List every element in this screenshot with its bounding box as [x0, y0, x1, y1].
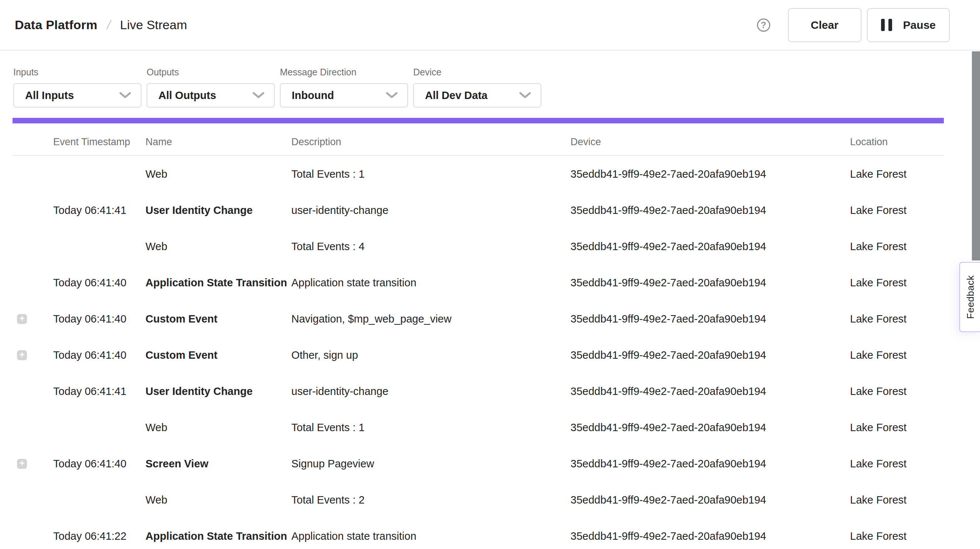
breadcrumb-separator: / [106, 18, 112, 32]
device-dropdown-value: All Dev Data [425, 89, 487, 102]
row-device: 35eddb41-9ff9-49e2-7aed-20afa90eb194 [571, 458, 850, 470]
row-description: Total Events : 1 [291, 168, 571, 180]
table-row: + Today 06:41:40 Custom Event Other, sig… [13, 337, 944, 373]
outputs-dropdown-value: All Outputs [158, 89, 216, 102]
row-description: Other, sign up [291, 349, 571, 361]
top-header: Data Platform / Live Stream ? Clear Paus… [0, 0, 980, 51]
row-location: Lake Forest [850, 313, 944, 325]
row-expander-cell: + [13, 423, 53, 432]
inputs-dropdown[interactable]: All Inputs [13, 83, 142, 107]
filter-message-direction: Message Direction Inbound [280, 67, 408, 107]
filter-inputs-label: Inputs [13, 67, 142, 78]
table-row: + Today 06:41:41 User Identity Change us… [13, 373, 944, 409]
row-description: user-identity-change [291, 204, 571, 217]
breadcrumb-data-platform[interactable]: Data Platform [15, 18, 97, 32]
row-name: Web [145, 241, 291, 253]
table-row: + Today 06:41:40 Screen View Signup Page… [13, 445, 944, 482]
table-row: + Web Total Events : 1 35eddb41-9ff9-49e… [13, 156, 944, 192]
row-description: Signup Pageview [291, 458, 571, 470]
row-event-timestamp: Today 06:41:40 [53, 458, 145, 470]
filter-device-label: Device [413, 67, 541, 78]
row-event-timestamp: Today 06:41:41 [53, 385, 145, 397]
outputs-dropdown[interactable]: All Outputs [146, 83, 275, 107]
row-device: 35eddb41-9ff9-49e2-7aed-20afa90eb194 [571, 349, 850, 361]
row-expander-cell: + [13, 169, 53, 179]
table-row: + Today 06:41:22 Application State Trans… [13, 518, 944, 549]
row-event-timestamp: Today 06:41:40 [53, 277, 145, 289]
row-device: 35eddb41-9ff9-49e2-7aed-20afa90eb194 [571, 277, 850, 289]
row-device: 35eddb41-9ff9-49e2-7aed-20afa90eb194 [571, 168, 850, 180]
clear-button[interactable]: Clear [788, 8, 861, 42]
table-header: Event Timestamp Name Description Device … [13, 123, 944, 156]
row-name: Application State Transition [145, 277, 291, 289]
pause-button[interactable]: Pause [867, 8, 950, 42]
row-location: Lake Forest [850, 530, 944, 543]
row-device: 35eddb41-9ff9-49e2-7aed-20afa90eb194 [571, 385, 850, 397]
row-name: Web [145, 494, 291, 506]
row-description: Total Events : 2 [291, 494, 571, 506]
row-event-timestamp: Today 06:41:40 [53, 313, 145, 325]
live-stream-page: Data Platform / Live Stream ? Clear Paus… [0, 0, 980, 549]
filter-outputs: Outputs All Outputs [146, 67, 275, 107]
row-name: Application State Transition [145, 530, 291, 543]
expand-row-icon[interactable]: + [17, 314, 27, 324]
filter-bar: Inputs All Inputs Outputs All Outputs Me… [0, 51, 980, 107]
filter-outputs-label: Outputs [146, 67, 275, 78]
table-row: + Today 06:41:40 Custom Event Navigation… [13, 301, 944, 337]
chevron-down-icon [119, 92, 131, 99]
row-expander-cell: + [13, 531, 53, 541]
chevron-down-icon [519, 92, 531, 99]
row-description: Application state transition [291, 530, 571, 543]
row-expander-cell: + [13, 278, 53, 288]
message-direction-dropdown[interactable]: Inbound [280, 83, 408, 107]
row-location: Lake Forest [850, 349, 944, 361]
expand-row-icon[interactable]: + [17, 459, 27, 469]
table-row: + Today 06:41:41 User Identity Change us… [13, 192, 944, 228]
breadcrumb: Data Platform / Live Stream [15, 18, 187, 32]
device-dropdown[interactable]: All Dev Data [413, 83, 541, 107]
inputs-dropdown-value: All Inputs [25, 89, 74, 102]
row-location: Lake Forest [850, 241, 944, 253]
row-location: Lake Forest [850, 458, 944, 470]
column-location: Location [850, 131, 944, 148]
column-name: Name [145, 131, 291, 148]
clear-button-label: Clear [811, 19, 838, 31]
row-expander-cell: + [13, 459, 53, 469]
message-direction-dropdown-value: Inbound [292, 89, 334, 102]
expand-row-icon[interactable]: + [17, 350, 27, 360]
row-name: Screen View [145, 458, 291, 470]
row-name: User Identity Change [145, 385, 291, 397]
filter-inputs: Inputs All Inputs [13, 67, 142, 107]
row-event-timestamp: Today 06:41:22 [53, 530, 145, 543]
table-body: + Web Total Events : 1 35eddb41-9ff9-49e… [0, 156, 980, 549]
row-location: Lake Forest [850, 277, 944, 289]
column-event-timestamp: Event Timestamp [53, 131, 145, 148]
row-name: Custom Event [145, 349, 291, 361]
column-device: Device [571, 131, 850, 148]
feedback-tab[interactable]: Feedback [959, 262, 980, 332]
filter-message-direction-label: Message Direction [280, 67, 408, 78]
row-name: User Identity Change [145, 204, 291, 217]
column-description: Description [291, 131, 571, 148]
row-event-timestamp: Today 06:41:41 [53, 204, 145, 217]
row-expander-cell: + [13, 314, 53, 324]
table-row: + Web Total Events : 1 35eddb41-9ff9-49e… [13, 409, 944, 445]
table-row: + Today 06:41:40 Application State Trans… [13, 265, 944, 301]
row-description: Application state transition [291, 277, 571, 289]
accent-bar [13, 118, 944, 123]
row-device: 35eddb41-9ff9-49e2-7aed-20afa90eb194 [571, 421, 850, 434]
column-expander [13, 137, 53, 142]
row-device: 35eddb41-9ff9-49e2-7aed-20afa90eb194 [571, 241, 850, 253]
row-expander-cell: + [13, 350, 53, 360]
chevron-down-icon [253, 92, 264, 99]
row-description: user-identity-change [291, 385, 571, 397]
row-device: 35eddb41-9ff9-49e2-7aed-20afa90eb194 [571, 494, 850, 506]
table-row: + Web Total Events : 4 35eddb41-9ff9-49e… [13, 228, 944, 265]
row-location: Lake Forest [850, 168, 944, 180]
vertical-scrollbar-thumb[interactable] [972, 51, 980, 260]
help-icon[interactable]: ? [757, 19, 770, 32]
row-location: Lake Forest [850, 421, 944, 434]
feedback-tab-label: Feedback [965, 275, 976, 319]
row-name: Web [145, 421, 291, 434]
header-actions: ? Clear Pause [757, 8, 950, 42]
